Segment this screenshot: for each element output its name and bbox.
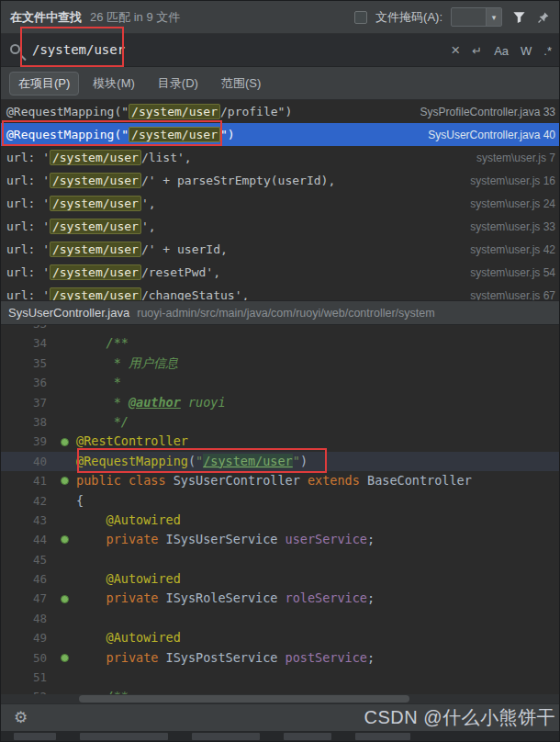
spring-bean-icon[interactable] (61, 595, 69, 603)
result-row[interactable]: url: '/system/user/' + parseStrEmpty(use… (1, 169, 560, 192)
code-text: * 用户信息 (76, 354, 178, 373)
line-number: 43 (1, 511, 52, 530)
gutter (52, 452, 76, 471)
gutter (52, 569, 76, 589)
code-line: 39@RestController (1, 432, 560, 451)
cropped-bottom-strip (1, 731, 560, 742)
match-summary: 26 匹配 in 9 文件 (90, 9, 180, 26)
result-text: url: '/system/user', (6, 197, 156, 210)
result-row[interactable]: url: '/system/user/' + userId,system\use… (1, 238, 560, 261)
line-number: 41 (1, 471, 52, 490)
match-highlight: /system/user (50, 242, 141, 257)
code-line: 46 @Autowired (1, 569, 560, 589)
spring-bean-icon[interactable] (61, 654, 69, 662)
code-line: 36 * (1, 373, 560, 392)
line-number: 34 (1, 333, 52, 353)
preview-file-path: ruoyi-admin/src/main/java/com/ruoyi/web/… (137, 307, 434, 320)
spring-bean-icon[interactable] (61, 438, 69, 446)
match-highlight: /system/user (50, 287, 141, 300)
code-line: 47 private ISysRoleService roleService; (1, 589, 560, 608)
line-number: 33 (1, 325, 52, 333)
preview-header: SysUserController.java ruoyi-admin/src/m… (1, 300, 560, 325)
results-list[interactable]: @RequestMapping("/system/user/profile")S… (1, 100, 560, 300)
match-highlight: /system/user (50, 150, 141, 165)
result-text: url: '/system/user/resetPwd', (6, 265, 220, 279)
code-text: private ISysUserService userService; (76, 530, 375, 549)
result-text: url: '/system/user/' + parseStrEmpty(use… (6, 174, 335, 187)
pin-icon[interactable] (535, 9, 552, 26)
gutter (52, 530, 76, 549)
file-mask-value (452, 8, 486, 26)
spring-bean-icon[interactable] (61, 535, 69, 544)
file-reference: system\user.js 33 (463, 220, 555, 233)
file-reference: SysUserController.java 40 (420, 129, 555, 141)
code-text: private ISysRoleService roleService; (76, 589, 375, 608)
clear-icon[interactable]: × (451, 41, 460, 60)
newline-icon[interactable]: ↵ (472, 44, 482, 58)
code-line: 33 (1, 325, 560, 333)
result-text: @RequestMapping("/system/user/profile") (6, 105, 292, 118)
line-number: 36 (1, 373, 52, 392)
result-text: url: '/system/user/list', (6, 151, 192, 164)
scope-tab-2[interactable]: 目录(D) (149, 72, 207, 96)
file-reference: system\user.js 7 (469, 152, 555, 164)
file-mask-combo[interactable]: ▾ (451, 7, 502, 27)
gutter (52, 393, 76, 412)
code-text: { (76, 491, 84, 511)
line-number: 39 (1, 432, 52, 451)
gutter (52, 412, 76, 432)
result-row[interactable]: url: '/system/user/list',system\user.js … (1, 146, 560, 169)
line-number: 44 (1, 530, 52, 549)
preview-file-name: SysUserController.java (8, 306, 129, 320)
footer-bar: ⚙ CSDN @什么小熊饼干 (1, 703, 560, 731)
spring-bean-icon[interactable] (61, 477, 69, 485)
match-highlight: /system/user (50, 173, 141, 188)
result-row[interactable]: @RequestMapping("/system/user/profile")S… (1, 100, 560, 123)
words-toggle[interactable]: W (521, 44, 532, 58)
scrollbar-thumb[interactable] (79, 695, 409, 703)
code-line: 48 (1, 609, 560, 628)
code-area[interactable]: 3334 /**35 * 用户信息36 *37 * @author ruoyi3… (1, 325, 560, 703)
line-number: 45 (1, 550, 52, 569)
file-mask-checkbox[interactable] (354, 11, 367, 24)
line-number: 48 (1, 609, 52, 628)
line-number: 50 (1, 648, 52, 668)
code-line: 35 * 用户信息 (1, 354, 560, 373)
code-text: /** (76, 333, 129, 353)
gutter (52, 432, 76, 451)
gutter (52, 373, 76, 392)
chevron-down-icon[interactable]: ▾ (486, 8, 501, 26)
scope-tab-0[interactable]: 在项目(P) (9, 72, 79, 96)
code-line: 49 @Autowired (1, 628, 560, 647)
result-row[interactable]: url: '/system/user/changeStatus',system\… (1, 284, 560, 300)
code-line: 38 */ (1, 412, 560, 432)
gutter (52, 354, 76, 373)
line-number: 46 (1, 569, 52, 589)
code-line: 37 * @author ruoyi (1, 393, 560, 412)
search-input[interactable]: /system/user × ↵ Aa W .* (1, 34, 560, 67)
match-highlight: /system/user (129, 127, 220, 142)
gear-icon[interactable]: ⚙ (14, 708, 28, 727)
code-lines: 3334 /**35 * 用户信息36 *37 * @author ruoyi3… (1, 325, 560, 703)
match-case-toggle[interactable]: Aa (494, 44, 509, 58)
file-reference: system\user.js 54 (463, 266, 555, 279)
line-number: 47 (1, 589, 52, 608)
file-reference: system\user.js 67 (463, 289, 555, 301)
result-row[interactable]: url: '/system/user',system\user.js 24 (1, 192, 560, 215)
scope-tab-1[interactable]: 模块(M) (84, 72, 144, 96)
filter-icon[interactable] (510, 9, 527, 26)
line-number: 35 (1, 354, 52, 373)
code-line: 50 private ISysPostService postService; (1, 648, 560, 668)
scope-tab-3[interactable]: 范围(S) (212, 72, 270, 96)
result-row[interactable]: @RequestMapping("/system/user")SysUserCo… (1, 123, 560, 146)
code-text: @RequestMapping("/system/user") (76, 452, 308, 471)
result-row[interactable]: url: '/system/user/resetPwd',system\user… (1, 261, 560, 284)
dialog-title: 在文件中查找 (10, 9, 82, 26)
code-text: @Autowired (76, 628, 181, 647)
code-text: */ (76, 412, 129, 432)
line-number: 49 (1, 628, 52, 647)
code-line: 41public class SysUserController extends… (1, 471, 560, 490)
result-row[interactable]: url: '/system/user',system\user.js 33 (1, 215, 560, 238)
result-text: url: '/system/user/' + userId, (6, 242, 228, 256)
regex-toggle[interactable]: .* (543, 44, 552, 58)
